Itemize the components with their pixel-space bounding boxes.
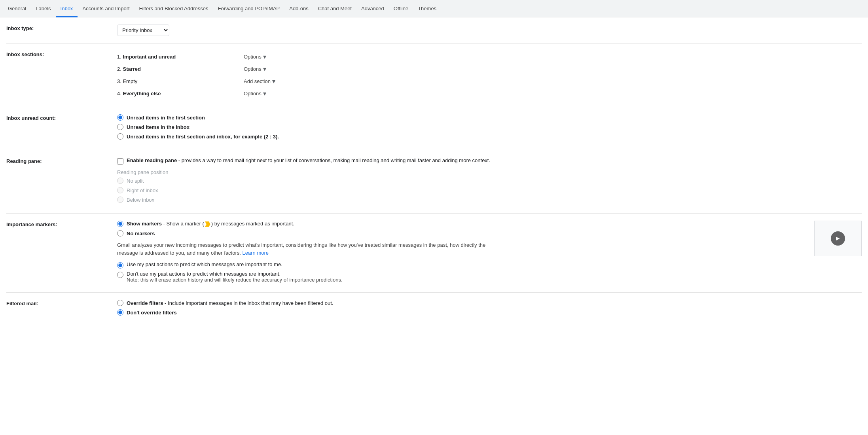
dropdown-arrow-3: ▾ [272, 78, 275, 85]
learn-more-link[interactable]: Learn more [243, 250, 269, 256]
reading-pane-checkbox-label[interactable]: Enable reading pane - provides a way to … [127, 157, 490, 163]
filtered-mail-content: Override filters - Include important mes… [117, 300, 862, 319]
nav-tab-chat-and-meet[interactable]: Chat and Meet [313, 0, 356, 17]
reading-pane-pos-label-no_split: No split [127, 178, 144, 184]
section-action-btn-4[interactable]: Options ▾ [244, 90, 266, 97]
dropdown-arrow-4: ▾ [263, 90, 266, 97]
nav-tab-general[interactable]: General [3, 0, 31, 17]
filtered-mail-radio-dont_override[interactable] [117, 309, 123, 316]
unread-option-1: Unread items in the inbox [117, 124, 862, 130]
section-row-1: 1. Important and unreadOptions ▾ [117, 51, 862, 63]
dropdown-arrow-2: ▾ [263, 65, 266, 73]
reading-pane-checkbox-row: Enable reading pane - provides a way to … [117, 157, 862, 165]
settings-content: Inbox type: DefaultImportant firstUnread… [0, 17, 868, 326]
prediction-option-0: Use my past actions to predict which mes… [117, 261, 802, 269]
nav-tab-offline[interactable]: Offline [389, 0, 413, 17]
reading-pane-position-label: Reading pane position [117, 169, 862, 175]
importance-markers-left: Show markers - Show a marker () by messa… [117, 221, 802, 285]
prediction-label-use_past[interactable]: Use my past actions to predict which mes… [127, 261, 282, 267]
inbox-unread-count-content: Unread items in the first sectionUnread … [117, 114, 862, 143]
reading-pane-pos-label-right_of_inbox: Right of inbox [127, 187, 158, 193]
no-markers-radio[interactable] [117, 230, 123, 236]
unread-option-0: Unread items in the first section [117, 114, 862, 121]
inbox-type-content: DefaultImportant firstUnread firstStarre… [117, 25, 862, 36]
unread-label-unread_first[interactable]: Unread items in the first section [127, 115, 205, 121]
inbox-type-label: Inbox type: [6, 25, 117, 31]
reading-pane-pos-no_split: No split [117, 178, 862, 184]
filtered-mail-label-dont_override[interactable]: Don't override filters [127, 310, 177, 316]
reading-pane-pos-radio-below_inbox[interactable] [117, 197, 123, 203]
unread-radio-unread_inbox[interactable] [117, 124, 123, 130]
importance-markers-wrapper: Show markers - Show a marker () by messa… [117, 221, 862, 285]
section-name-3: 3. Empty [117, 78, 244, 84]
nav-tab-accounts-and-import[interactable]: Accounts and Import [78, 0, 134, 17]
prediction-note-dont_use: Note: this will erase action history and… [127, 277, 343, 283]
section-action-btn-3[interactable]: Add section ▾ [244, 78, 275, 85]
nav-tab-labels[interactable]: Labels [31, 0, 55, 17]
nav-tab-filters-and-blocked-addresses[interactable]: Filters and Blocked Addresses [135, 0, 213, 17]
section-name-1: 1. Important and unread [117, 54, 244, 60]
dropdown-arrow-1: ▾ [263, 53, 266, 61]
importance-marker-icon [205, 221, 210, 227]
section-action-4[interactable]: Options ▾ [244, 90, 266, 97]
reading-pane-pos-right_of_inbox: Right of inbox [117, 187, 862, 193]
reading-pane-pos-label-below_inbox: Below inbox [127, 197, 154, 203]
filtered-mail-label: Filtered mail: [6, 300, 117, 306]
section-action-1[interactable]: Options ▾ [244, 53, 266, 61]
sections-table: 1. Important and unreadOptions ▾2. Starr… [117, 51, 862, 100]
nav-tab-add-ons[interactable]: Add-ons [284, 0, 313, 17]
unread-label-unread_inbox[interactable]: Unread items in the inbox [127, 124, 190, 130]
reading-pane-content: Enable reading pane - provides a way to … [117, 157, 862, 206]
inbox-sections-label: Inbox sections: [6, 51, 117, 57]
filtered-mail-radio-override[interactable] [117, 300, 123, 306]
importance-markers-description: Gmail analyzes your new incoming message… [117, 241, 497, 257]
show-markers-radio[interactable] [117, 221, 123, 227]
settings-nav: GeneralLabelsInboxAccounts and ImportFil… [0, 0, 868, 17]
nav-tab-inbox[interactable]: Inbox [56, 0, 78, 17]
inbox-sections-row: Inbox sections: 1. Important and unreadO… [6, 44, 862, 107]
section-name-4: 4. Everything else [117, 91, 244, 96]
prediction-radio-dont_use[interactable] [117, 272, 123, 278]
section-name-2: 2. Starred [117, 66, 244, 72]
inbox-sections-content: 1. Important and unreadOptions ▾2. Starr… [117, 51, 862, 100]
show-markers-text: Show markers - Show a marker ( [127, 221, 204, 227]
section-row-3: 3. EmptyAdd section ▾ [117, 75, 862, 87]
show-markers-label[interactable]: Show markers - Show a marker () by messa… [127, 221, 294, 227]
reading-pane-position-section: Reading pane positionNo splitRight of in… [117, 169, 862, 203]
section-action-btn-2[interactable]: Options ▾ [244, 65, 266, 73]
section-action-3[interactable]: Add section ▾ [244, 78, 275, 85]
nav-tab-forwarding-and-pop/imap[interactable]: Forwarding and POP/IMAP [213, 0, 284, 17]
section-row-4: 4. Everything elseOptions ▾ [117, 87, 862, 100]
reading-pane-pos-radio-right_of_inbox[interactable] [117, 187, 123, 193]
prediction-radio-use_past[interactable] [117, 262, 123, 269]
prediction-label-dont_use[interactable]: Don't use my past actions to predict whi… [127, 271, 343, 283]
section-action-btn-1[interactable]: Options ▾ [244, 53, 266, 61]
video-thumbnail[interactable]: ► [814, 221, 862, 256]
unread-option-2: Unread items in the first section and in… [117, 133, 862, 140]
reading-pane-label: Reading pane: [6, 157, 117, 164]
no-markers-label[interactable]: No markers [127, 231, 155, 236]
reading-pane-row: Reading pane: Enable reading pane - prov… [6, 150, 862, 214]
importance-markers-label: Importance markers: [6, 221, 117, 227]
reading-pane-checkbox[interactable] [117, 158, 123, 165]
importance-markers-content: Show markers - Show a marker () by messa… [117, 221, 862, 285]
unread-radio-unread_first[interactable] [117, 114, 123, 121]
section-action-2[interactable]: Options ▾ [244, 65, 266, 73]
reading-pane-pos-below_inbox: Below inbox [117, 197, 862, 203]
filtered-mail-label-override[interactable]: Override filters - Include important mes… [127, 300, 333, 306]
filtered-mail-row: Filtered mail: Override filters - Includ… [6, 293, 862, 326]
importance-markers-row: Importance markers: Show markers - Show … [6, 214, 862, 293]
inbox-unread-count-row: Inbox unread count: Unread items in the … [6, 107, 862, 150]
video-play-button[interactable]: ► [831, 231, 845, 246]
show-markers-option: Show markers - Show a marker () by messa… [117, 221, 802, 227]
section-row-2: 2. StarredOptions ▾ [117, 63, 862, 75]
inbox-type-row: Inbox type: DefaultImportant firstUnread… [6, 17, 862, 44]
nav-tab-advanced[interactable]: Advanced [356, 0, 389, 17]
nav-tab-themes[interactable]: Themes [413, 0, 441, 17]
filtered-mail-option-0: Override filters - Include important mes… [117, 300, 862, 306]
no-markers-option: No markers [117, 230, 802, 236]
unread-radio-unread_both[interactable] [117, 133, 123, 140]
unread-label-unread_both[interactable]: Unread items in the first section and in… [127, 134, 279, 140]
reading-pane-pos-radio-no_split[interactable] [117, 178, 123, 184]
inbox-type-select[interactable]: DefaultImportant firstUnread firstStarre… [117, 25, 169, 36]
